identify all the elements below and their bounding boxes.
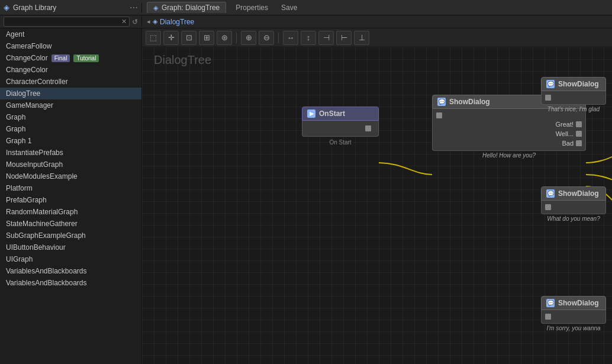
- right1-in-port[interactable]: [545, 95, 551, 101]
- sidebar-item-uibuttonbehaviour[interactable]: UIButtonBehaviour: [0, 241, 141, 253]
- search-input[interactable]: [7, 18, 119, 25]
- node-showdialog-right1[interactable]: 💬 ShowDialog That's nice, I'm glad: [541, 77, 606, 114]
- sidebar-item-changecolor-1[interactable]: ChangeColor Final Tutorial: [0, 52, 141, 64]
- right3-in-port[interactable]: [545, 314, 551, 320]
- sidebar-label-mouseinputgraph: MouseInputGraph: [6, 160, 63, 169]
- node-showdialog-right2-body: [541, 201, 606, 214]
- breadcrumb-dialogtree[interactable]: ◈ DialogTree: [153, 18, 194, 26]
- sidebar-item-subgraphexamplegraph[interactable]: SubGraphExampleGraph: [0, 230, 141, 241]
- sidebar-item-randommaterialgraph[interactable]: RandomMaterialGraph: [0, 206, 141, 218]
- align-tool[interactable]: ⊡: [181, 31, 197, 45]
- node-showdialog-right1-header: 💬 ShowDialog: [541, 77, 606, 91]
- node-onstart-header: ▶ OnStart: [302, 107, 379, 121]
- graph-library-title: Graph Library: [13, 4, 56, 12]
- sidebar-item-changecolor-2[interactable]: ChangeColor: [0, 64, 141, 76]
- select-tool[interactable]: ✛: [163, 31, 179, 45]
- align-left-tool[interactable]: ⊣: [318, 31, 334, 45]
- sidebar-item-mouseinputgraph[interactable]: MouseInputGraph: [0, 159, 141, 170]
- sidebar-item-nodemodulesexample[interactable]: NodeModulesExample: [0, 170, 141, 182]
- graph-tab-bar: ◈ Graph: DialogTree Properties Save: [142, 2, 612, 13]
- sidebar-label-variablesandblackboards-2: VariablesAndBlackboards: [6, 279, 87, 287]
- showdialog-right1-in: [542, 94, 605, 102]
- sidebar-item-platform[interactable]: Platform: [0, 182, 141, 194]
- zoom-in-tool[interactable]: ⊕: [241, 31, 256, 45]
- showdialog-right2-text: What do you mean?: [541, 214, 606, 223]
- sidebar: Agent CameraFollow ChangeColor Final Tut…: [0, 28, 142, 364]
- node-showdialog-right3-body: [541, 310, 606, 324]
- refresh-icon[interactable]: ↺: [132, 18, 138, 26]
- node-showdialog-right3-label: ShowDialog: [558, 299, 599, 307]
- showdialog-center-in-port[interactable]: [436, 112, 442, 118]
- align-right-tool[interactable]: ⊢: [336, 31, 352, 45]
- main-layout: Agent CameraFollow ChangeColor Final Tut…: [0, 28, 612, 364]
- showdialog-right3-icon: 💬: [546, 299, 555, 307]
- showdialog-right2-icon: 💬: [546, 189, 555, 198]
- right2-in-port[interactable]: [545, 204, 551, 210]
- sidebar-item-dialogtree[interactable]: DialogTree: [0, 88, 141, 99]
- port-great[interactable]: [576, 121, 582, 127]
- onstart-output: [362, 124, 375, 133]
- node-onstart-label: OnStart: [319, 109, 345, 118]
- top-bar: ◈ Graph Library ⋯ ◈ Graph: DialogTree Pr…: [0, 0, 612, 15]
- sidebar-item-prefabgraph[interactable]: PrefabGraph: [0, 194, 141, 206]
- node-showdialog-right2-header: 💬 ShowDialog: [541, 186, 606, 201]
- sidebar-label-camerafollow: CameraFollow: [6, 42, 51, 50]
- dialog-tree-tab[interactable]: ◈ Graph: DialogTree: [147, 2, 226, 13]
- marquee-tool[interactable]: ⬚: [146, 31, 161, 45]
- sidebar-label-gamemanager: GameManager: [6, 101, 53, 109]
- more-options-icon[interactable]: ⋯: [130, 3, 138, 12]
- sidebar-item-gamemanager[interactable]: GameManager: [0, 99, 141, 111]
- onstart-out-port[interactable]: [365, 125, 371, 131]
- sidebar-label-instantiateprefabs: InstantiatePrefabs: [6, 149, 63, 157]
- sidebar-label-subgraphexamplegraph: SubGraphExampleGraph: [6, 231, 86, 240]
- breadcrumb-label: DialogTree: [160, 18, 194, 26]
- sidebar-item-agent[interactable]: Agent: [0, 28, 141, 40]
- zoom-out-tool[interactable]: ⊖: [259, 31, 274, 45]
- sidebar-label-agent: Agent: [6, 30, 24, 38]
- showdialog-output-bad: Bad: [433, 138, 585, 148]
- save-button[interactable]: Save: [278, 2, 301, 13]
- sidebar-label-graph1: Graph 1: [6, 137, 31, 145]
- sidebar-item-variablesandblackboards-1[interactable]: VariablesAndBlackboards: [0, 265, 141, 277]
- sidebar-label-changecolor-2: ChangeColor: [6, 66, 48, 74]
- graph-library-icon: ◈: [4, 3, 9, 12]
- sidebar-label-uigraph: UIGraph: [6, 255, 33, 263]
- sidebar-item-variablesandblackboards-2[interactable]: VariablesAndBlackboards: [0, 277, 141, 289]
- breadcrumb-arrow: ◂: [147, 18, 150, 25]
- toolbar-separator-2: [278, 33, 279, 43]
- node-showdialog-right3[interactable]: 💬 ShowDialog I'm sorry, you wanna: [541, 296, 606, 333]
- sidebar-item-graph-2[interactable]: Graph: [0, 123, 141, 135]
- badge-final: Final: [51, 54, 70, 62]
- port-bad[interactable]: [576, 140, 582, 146]
- search-bar: ✕ ↺: [0, 17, 142, 27]
- showdialog-right1-icon: 💬: [546, 80, 555, 88]
- tab-label: Graph: DialogTree: [162, 4, 220, 12]
- output-label-well: Well...: [556, 130, 574, 137]
- clear-icon[interactable]: ✕: [121, 18, 127, 25]
- fit-horizontal-tool[interactable]: ↔: [283, 31, 298, 45]
- sidebar-item-graph-1[interactable]: Graph: [0, 111, 141, 123]
- tab-graph-icon: ◈: [153, 4, 158, 12]
- sidebar-item-statemachinegatherer[interactable]: StateMachineGatherer: [0, 218, 141, 230]
- distribute-tool[interactable]: ⊥: [354, 31, 369, 45]
- sidebar-item-graph1[interactable]: Graph 1: [0, 135, 141, 147]
- graph-area[interactable]: ⬚ ✛ ⊡ ⊞ ⊛ ⊕ ⊖ ↔ ↕ ⊣ ⊢ ⊥ DialogTree: [142, 28, 612, 364]
- showdialog-center-icon: 💬: [437, 98, 446, 106]
- search-box[interactable]: ✕: [4, 17, 130, 27]
- connect-tool[interactable]: ⊛: [217, 31, 232, 45]
- node-showdialog-right2[interactable]: 💬 ShowDialog What do you mean?: [541, 186, 606, 223]
- sidebar-label-graph-1: Graph: [6, 113, 25, 121]
- graph-library-header: ◈ Graph Library ⋯: [0, 3, 142, 12]
- graph-canvas[interactable]: DialogTree ▶ OnStart: [142, 47, 612, 364]
- showdialog-right1-text: That's nice, I'm glad: [541, 105, 606, 114]
- port-well[interactable]: [576, 131, 582, 137]
- node-showdialog-center-label: ShowDialog: [449, 98, 490, 106]
- sidebar-item-charactercontroller[interactable]: CharacterController: [0, 76, 141, 88]
- fit-vertical-tool[interactable]: ↕: [301, 31, 316, 45]
- frame-tool[interactable]: ⊞: [199, 31, 214, 45]
- node-onstart[interactable]: ▶ OnStart On Start: [302, 107, 379, 146]
- properties-button[interactable]: Properties: [232, 2, 272, 13]
- sidebar-item-instantiateprefabs[interactable]: InstantiatePrefabs: [0, 147, 141, 159]
- sidebar-item-camerafollow[interactable]: CameraFollow: [0, 40, 141, 52]
- sidebar-item-uigraph[interactable]: UIGraph: [0, 253, 141, 265]
